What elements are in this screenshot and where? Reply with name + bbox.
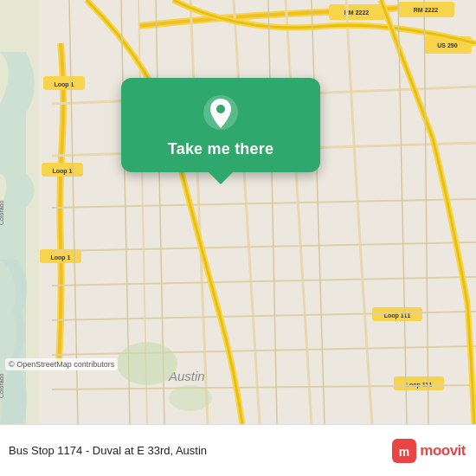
- moovit-logo: m moovit: [392, 439, 466, 463]
- map-container: RM 2222 RM 2222 Loop 1 Loop 1 Loop 1 US …: [0, 0, 476, 424]
- svg-point-22: [117, 342, 177, 385]
- stop-info: Bus Stop 1174 - Duval at E 33rd, Austin: [9, 444, 207, 457]
- moovit-brand-name: moovit: [420, 442, 466, 460]
- svg-text:Loop 1: Loop 1: [53, 168, 73, 175]
- location-pin-icon: [202, 93, 240, 132]
- bottom-bar: Bus Stop 1174 - Duval at E 33rd, Austin …: [0, 424, 476, 476]
- svg-text:m: m: [399, 445, 409, 459]
- stop-name: Bus Stop 1174 - Duval at E 33rd, Austin: [9, 444, 207, 457]
- moovit-brand-icon: m: [392, 439, 416, 463]
- take-me-there-label: Take me there: [168, 140, 273, 158]
- svg-text:Colorado: Colorado: [0, 373, 4, 398]
- svg-text:US 290: US 290: [437, 42, 457, 48]
- map-attribution: © OpenStreetMap contributors: [5, 358, 118, 370]
- svg-text:RM 2222: RM 2222: [414, 7, 439, 13]
- take-me-there-button[interactable]: Take me there: [121, 78, 320, 172]
- svg-point-23: [169, 385, 212, 411]
- svg-point-25: [216, 105, 225, 113]
- svg-text:Colorado: Colorado: [0, 200, 4, 225]
- svg-text:Loop 1: Loop 1: [51, 254, 71, 261]
